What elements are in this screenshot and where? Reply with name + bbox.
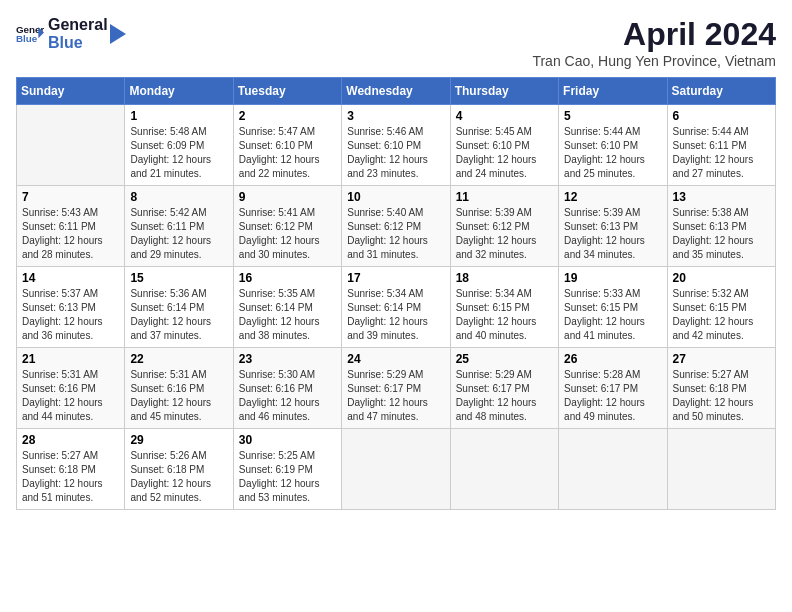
day-number: 3 bbox=[347, 109, 444, 123]
day-number: 5 bbox=[564, 109, 661, 123]
day-number: 8 bbox=[130, 190, 227, 204]
calendar-cell: 11Sunrise: 5:39 AM Sunset: 6:12 PM Dayli… bbox=[450, 186, 558, 267]
day-number: 18 bbox=[456, 271, 553, 285]
day-number: 9 bbox=[239, 190, 336, 204]
calendar-cell: 4Sunrise: 5:45 AM Sunset: 6:10 PM Daylig… bbox=[450, 105, 558, 186]
calendar-cell: 19Sunrise: 5:33 AM Sunset: 6:15 PM Dayli… bbox=[559, 267, 667, 348]
day-info: Sunrise: 5:41 AM Sunset: 6:12 PM Dayligh… bbox=[239, 206, 336, 262]
calendar-cell: 15Sunrise: 5:36 AM Sunset: 6:14 PM Dayli… bbox=[125, 267, 233, 348]
day-number: 20 bbox=[673, 271, 770, 285]
day-info: Sunrise: 5:30 AM Sunset: 6:16 PM Dayligh… bbox=[239, 368, 336, 424]
day-info: Sunrise: 5:35 AM Sunset: 6:14 PM Dayligh… bbox=[239, 287, 336, 343]
day-info: Sunrise: 5:34 AM Sunset: 6:15 PM Dayligh… bbox=[456, 287, 553, 343]
calendar-cell: 6Sunrise: 5:44 AM Sunset: 6:11 PM Daylig… bbox=[667, 105, 775, 186]
calendar-cell: 18Sunrise: 5:34 AM Sunset: 6:15 PM Dayli… bbox=[450, 267, 558, 348]
day-info: Sunrise: 5:27 AM Sunset: 6:18 PM Dayligh… bbox=[22, 449, 119, 505]
day-number: 26 bbox=[564, 352, 661, 366]
calendar-cell: 16Sunrise: 5:35 AM Sunset: 6:14 PM Dayli… bbox=[233, 267, 341, 348]
page-title: April 2024 bbox=[532, 16, 776, 53]
day-info: Sunrise: 5:40 AM Sunset: 6:12 PM Dayligh… bbox=[347, 206, 444, 262]
day-info: Sunrise: 5:31 AM Sunset: 6:16 PM Dayligh… bbox=[22, 368, 119, 424]
day-number: 30 bbox=[239, 433, 336, 447]
day-number: 28 bbox=[22, 433, 119, 447]
calendar-week-row: 1Sunrise: 5:48 AM Sunset: 6:09 PM Daylig… bbox=[17, 105, 776, 186]
calendar-week-row: 21Sunrise: 5:31 AM Sunset: 6:16 PM Dayli… bbox=[17, 348, 776, 429]
logo-icon: General Blue bbox=[16, 20, 44, 48]
calendar-cell: 25Sunrise: 5:29 AM Sunset: 6:17 PM Dayli… bbox=[450, 348, 558, 429]
day-info: Sunrise: 5:38 AM Sunset: 6:13 PM Dayligh… bbox=[673, 206, 770, 262]
day-info: Sunrise: 5:28 AM Sunset: 6:17 PM Dayligh… bbox=[564, 368, 661, 424]
page-subtitle: Tran Cao, Hung Yen Province, Vietnam bbox=[532, 53, 776, 69]
day-number: 17 bbox=[347, 271, 444, 285]
calendar-week-row: 7Sunrise: 5:43 AM Sunset: 6:11 PM Daylig… bbox=[17, 186, 776, 267]
day-number: 4 bbox=[456, 109, 553, 123]
svg-text:Blue: Blue bbox=[16, 33, 38, 44]
day-number: 21 bbox=[22, 352, 119, 366]
calendar-cell: 9Sunrise: 5:41 AM Sunset: 6:12 PM Daylig… bbox=[233, 186, 341, 267]
calendar-cell: 23Sunrise: 5:30 AM Sunset: 6:16 PM Dayli… bbox=[233, 348, 341, 429]
day-number: 27 bbox=[673, 352, 770, 366]
calendar-cell: 22Sunrise: 5:31 AM Sunset: 6:16 PM Dayli… bbox=[125, 348, 233, 429]
weekday-header: Friday bbox=[559, 78, 667, 105]
calendar-cell: 20Sunrise: 5:32 AM Sunset: 6:15 PM Dayli… bbox=[667, 267, 775, 348]
day-number: 14 bbox=[22, 271, 119, 285]
day-info: Sunrise: 5:34 AM Sunset: 6:14 PM Dayligh… bbox=[347, 287, 444, 343]
day-info: Sunrise: 5:44 AM Sunset: 6:11 PM Dayligh… bbox=[673, 125, 770, 181]
day-info: Sunrise: 5:37 AM Sunset: 6:13 PM Dayligh… bbox=[22, 287, 119, 343]
logo-blue-text: Blue bbox=[48, 34, 108, 52]
day-info: Sunrise: 5:39 AM Sunset: 6:12 PM Dayligh… bbox=[456, 206, 553, 262]
calendar-cell: 30Sunrise: 5:25 AM Sunset: 6:19 PM Dayli… bbox=[233, 429, 341, 510]
calendar-cell: 12Sunrise: 5:39 AM Sunset: 6:13 PM Dayli… bbox=[559, 186, 667, 267]
day-info: Sunrise: 5:27 AM Sunset: 6:18 PM Dayligh… bbox=[673, 368, 770, 424]
day-info: Sunrise: 5:26 AM Sunset: 6:18 PM Dayligh… bbox=[130, 449, 227, 505]
calendar-cell: 10Sunrise: 5:40 AM Sunset: 6:12 PM Dayli… bbox=[342, 186, 450, 267]
day-number: 11 bbox=[456, 190, 553, 204]
day-number: 13 bbox=[673, 190, 770, 204]
calendar-cell: 7Sunrise: 5:43 AM Sunset: 6:11 PM Daylig… bbox=[17, 186, 125, 267]
day-number: 29 bbox=[130, 433, 227, 447]
day-info: Sunrise: 5:31 AM Sunset: 6:16 PM Dayligh… bbox=[130, 368, 227, 424]
calendar-cell: 13Sunrise: 5:38 AM Sunset: 6:13 PM Dayli… bbox=[667, 186, 775, 267]
logo-chevron-icon bbox=[110, 24, 126, 44]
day-number: 7 bbox=[22, 190, 119, 204]
calendar-cell: 28Sunrise: 5:27 AM Sunset: 6:18 PM Dayli… bbox=[17, 429, 125, 510]
day-info: Sunrise: 5:25 AM Sunset: 6:19 PM Dayligh… bbox=[239, 449, 336, 505]
day-number: 24 bbox=[347, 352, 444, 366]
calendar-cell: 27Sunrise: 5:27 AM Sunset: 6:18 PM Dayli… bbox=[667, 348, 775, 429]
day-number: 15 bbox=[130, 271, 227, 285]
calendar-cell: 3Sunrise: 5:46 AM Sunset: 6:10 PM Daylig… bbox=[342, 105, 450, 186]
page-header: General Blue General Blue April 2024 Tra… bbox=[16, 16, 776, 69]
calendar-table: SundayMondayTuesdayWednesdayThursdayFrid… bbox=[16, 77, 776, 510]
day-info: Sunrise: 5:39 AM Sunset: 6:13 PM Dayligh… bbox=[564, 206, 661, 262]
day-info: Sunrise: 5:29 AM Sunset: 6:17 PM Dayligh… bbox=[347, 368, 444, 424]
day-number: 12 bbox=[564, 190, 661, 204]
calendar-cell bbox=[450, 429, 558, 510]
calendar-week-row: 28Sunrise: 5:27 AM Sunset: 6:18 PM Dayli… bbox=[17, 429, 776, 510]
weekday-header: Wednesday bbox=[342, 78, 450, 105]
day-number: 10 bbox=[347, 190, 444, 204]
day-number: 19 bbox=[564, 271, 661, 285]
day-info: Sunrise: 5:33 AM Sunset: 6:15 PM Dayligh… bbox=[564, 287, 661, 343]
calendar-cell: 5Sunrise: 5:44 AM Sunset: 6:10 PM Daylig… bbox=[559, 105, 667, 186]
weekday-header: Thursday bbox=[450, 78, 558, 105]
calendar-cell bbox=[17, 105, 125, 186]
calendar-cell bbox=[342, 429, 450, 510]
calendar-cell: 29Sunrise: 5:26 AM Sunset: 6:18 PM Dayli… bbox=[125, 429, 233, 510]
day-info: Sunrise: 5:44 AM Sunset: 6:10 PM Dayligh… bbox=[564, 125, 661, 181]
day-info: Sunrise: 5:46 AM Sunset: 6:10 PM Dayligh… bbox=[347, 125, 444, 181]
calendar-cell: 1Sunrise: 5:48 AM Sunset: 6:09 PM Daylig… bbox=[125, 105, 233, 186]
day-info: Sunrise: 5:32 AM Sunset: 6:15 PM Dayligh… bbox=[673, 287, 770, 343]
day-info: Sunrise: 5:42 AM Sunset: 6:11 PM Dayligh… bbox=[130, 206, 227, 262]
logo-general-text: General bbox=[48, 16, 108, 34]
weekday-header: Tuesday bbox=[233, 78, 341, 105]
calendar-cell: 24Sunrise: 5:29 AM Sunset: 6:17 PM Dayli… bbox=[342, 348, 450, 429]
day-info: Sunrise: 5:47 AM Sunset: 6:10 PM Dayligh… bbox=[239, 125, 336, 181]
calendar-cell bbox=[559, 429, 667, 510]
day-info: Sunrise: 5:36 AM Sunset: 6:14 PM Dayligh… bbox=[130, 287, 227, 343]
calendar-cell: 2Sunrise: 5:47 AM Sunset: 6:10 PM Daylig… bbox=[233, 105, 341, 186]
day-info: Sunrise: 5:29 AM Sunset: 6:17 PM Dayligh… bbox=[456, 368, 553, 424]
title-block: April 2024 Tran Cao, Hung Yen Province, … bbox=[532, 16, 776, 69]
day-info: Sunrise: 5:43 AM Sunset: 6:11 PM Dayligh… bbox=[22, 206, 119, 262]
day-info: Sunrise: 5:45 AM Sunset: 6:10 PM Dayligh… bbox=[456, 125, 553, 181]
calendar-cell: 21Sunrise: 5:31 AM Sunset: 6:16 PM Dayli… bbox=[17, 348, 125, 429]
